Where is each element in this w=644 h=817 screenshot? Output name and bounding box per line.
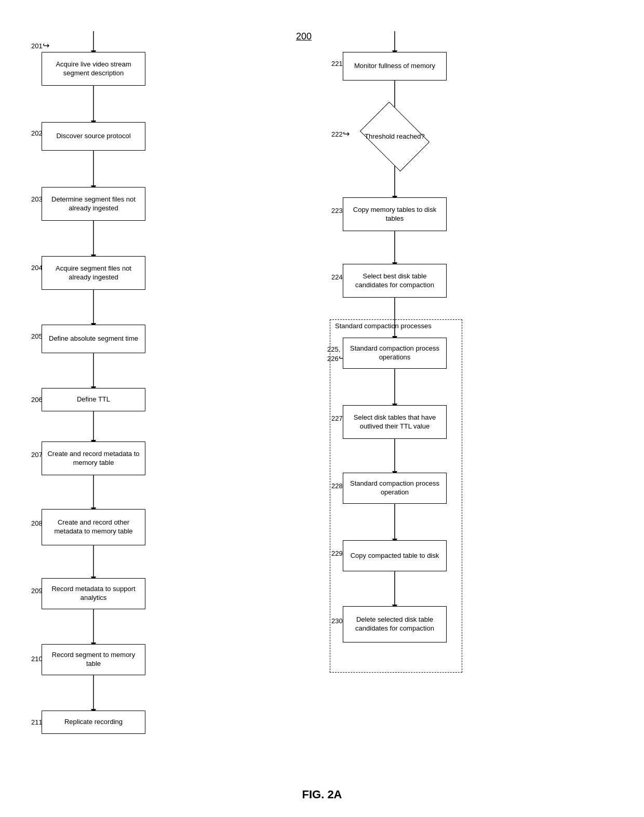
node-222: Threshold reached? — [343, 113, 447, 160]
diagram-container: 200 — [0, 0, 644, 817]
node-204: Acquire segment files not already ingest… — [42, 256, 145, 290]
node-223: Copy memory tables to disk tables — [343, 197, 447, 231]
node-209: Record metadata to support analytics — [42, 578, 145, 609]
node-207: Create and record metadata to memory tab… — [42, 441, 145, 475]
node-210: Record segment to memory table — [42, 644, 145, 675]
node-224: Select best disk table candidates for co… — [343, 264, 447, 298]
node-208: Create and record other metadata to memo… — [42, 509, 145, 545]
compaction-label: Standard compaction processes — [335, 322, 432, 330]
fig-label: FIG. 2A — [302, 788, 342, 801]
node-229: Copy compacted table to disk — [343, 540, 447, 571]
node-201: Acquire live video stream segment descri… — [42, 52, 145, 86]
node-230: Delete selected disk table candidates fo… — [343, 606, 447, 642]
node-225-226: Standard compaction process operations — [343, 338, 447, 369]
node-202: Discover source protocol — [42, 122, 145, 151]
node-206: Define TTL — [42, 388, 145, 411]
label-201: 201↪ — [31, 41, 49, 50]
node-205: Define absolute segment time — [42, 325, 145, 353]
node-227: Select disk tables that have outlived th… — [343, 405, 447, 439]
node-228: Standard compaction process operation — [343, 473, 447, 504]
node-211: Replicate recording — [42, 711, 145, 734]
node-221: Monitor fullness of memory — [343, 52, 447, 81]
node-203: Determine segment files not already inge… — [42, 187, 145, 221]
diagram-number: 200 — [296, 31, 312, 42]
